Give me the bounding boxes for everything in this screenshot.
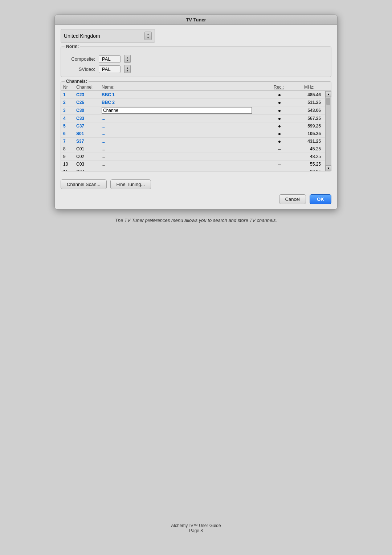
svideo-row: SVideo: PAL ▲ ▼ [66, 65, 326, 73]
table-row[interactable]: 5 C37 ... ● 599.25 [61, 122, 325, 130]
table-row[interactable]: 9 C02 ... – 48.25 [61, 153, 325, 161]
col-ch: C26 [76, 100, 102, 105]
col-rec: ● [269, 100, 290, 105]
col-mhz: 55.25 [290, 162, 323, 167]
table-row[interactable]: 3 C30 ● 543.06 [61, 106, 325, 115]
bottom-buttons-row: Channel Scan... Fine Tuning... [61, 177, 331, 192]
svideo-down-icon: ▼ [126, 69, 129, 72]
table-row[interactable]: 6 S01 ... ● 105.25 [61, 130, 325, 138]
fine-tuning-button[interactable]: Fine Tuning... [110, 179, 151, 189]
composite-up-icon: ▲ [126, 56, 129, 59]
col-rec: – [269, 146, 290, 152]
table-row[interactable]: 4 C33 ... ● 567.25 [61, 115, 325, 122]
col-ch: C37 [76, 123, 102, 129]
col-mhz: 62.25 [290, 169, 323, 171]
col-name [102, 107, 269, 114]
col-rec: – [269, 154, 290, 159]
composite-row: Composite: PAL ▲ ▼ [66, 55, 326, 63]
action-row: Cancel OK [61, 194, 331, 204]
col-nr: 6 [63, 131, 76, 136]
col-name: ... [102, 116, 269, 121]
tv-tuner-dialog: TV Tuner United Kingdom ▲ ▼ Norm: Compos… [54, 15, 338, 210]
col-mhz: 48.25 [290, 154, 323, 159]
ok-button[interactable]: OK [310, 194, 331, 204]
table-row[interactable]: 11 C04 ... – 62.25 [61, 168, 325, 171]
dialog-title: TV Tuner [55, 15, 337, 25]
col-nr: 8 [63, 146, 76, 151]
header-channel: Channel: [76, 85, 102, 90]
header-rec: Rec.: [268, 85, 290, 90]
col-rec: ● [269, 123, 290, 129]
composite-stepper[interactable]: ▲ ▼ [124, 55, 131, 63]
table-header: Nr Channel: Name: Rec.: MHz: [61, 83, 331, 91]
channels-section: Channels: Nr Channel: Name: Rec.: MHz: 1… [61, 81, 331, 171]
col-mhz: 543.06 [290, 108, 323, 113]
col-nr: 4 [63, 116, 76, 121]
col-name: BBC 1 [102, 92, 269, 97]
col-rec: ● [269, 108, 290, 113]
scroll-track [326, 97, 331, 165]
header-name: Name: [102, 85, 268, 90]
scan-buttons: Channel Scan... Fine Tuning... [61, 179, 151, 189]
col-mhz: 511.25 [290, 100, 323, 105]
scroll-down-button[interactable]: ▼ [326, 165, 331, 171]
country-selector-row: United Kingdom ▲ ▼ [61, 29, 155, 43]
col-ch: C01 [76, 146, 102, 151]
header-mhz: MHz: [290, 85, 322, 90]
table-row[interactable]: 1 C23 BBC 1 ● 485.46 [61, 91, 325, 99]
scrollbar[interactable]: ▲ ▼ [325, 91, 331, 171]
stepper-up-icon: ▲ [147, 33, 150, 36]
col-rec: ● [269, 92, 290, 98]
title-text: TV Tuner [186, 17, 206, 23]
col-name: ... [102, 139, 269, 144]
svideo-label: SVideo: [66, 66, 95, 72]
col-nr: 7 [63, 139, 76, 144]
col-name: ... [102, 162, 269, 167]
col-ch: C04 [76, 169, 102, 171]
svideo-value: PAL [99, 65, 121, 73]
footer-line1: AlchemyTV™ User Guide [171, 523, 221, 528]
caption-text: The TV Tuner preferences menu allows you… [115, 218, 277, 223]
channel-name-input[interactable] [102, 107, 252, 114]
scroll-up-button[interactable]: ▲ [326, 91, 331, 97]
table-scroll-wrapper: 1 C23 BBC 1 ● 485.46 2 C26 BBC 2 ● [61, 91, 331, 171]
footer: AlchemyTV™ User Guide Page 8 [171, 509, 221, 533]
col-rec: ● [269, 131, 290, 137]
col-name: ... [102, 169, 269, 171]
col-nr: 9 [63, 154, 76, 159]
col-mhz: 431.25 [290, 139, 323, 144]
col-nr: 2 [63, 100, 76, 105]
svideo-stepper[interactable]: ▲ ▼ [124, 65, 131, 73]
dialog-body: United Kingdom ▲ ▼ Norm: Composite: PAL … [55, 25, 337, 209]
svideo-up-icon: ▲ [126, 66, 129, 69]
cancel-button[interactable]: Cancel [279, 194, 306, 204]
col-ch: S37 [76, 139, 102, 144]
table-row[interactable]: 8 C01 ... – 45.25 [61, 145, 325, 153]
table-scroll-content[interactable]: 1 C23 BBC 1 ● 485.46 2 C26 BBC 2 ● [61, 91, 325, 171]
country-label: United Kingdom [64, 33, 144, 39]
country-stepper[interactable]: ▲ ▼ [144, 32, 152, 40]
col-rec: – [269, 169, 290, 171]
header-nr: Nr [63, 85, 76, 90]
col-nr: 11 [63, 169, 76, 171]
col-ch: C03 [76, 162, 102, 167]
scroll-thumb[interactable] [326, 98, 330, 105]
table-row[interactable]: 10 C03 ... – 55.25 [61, 161, 325, 168]
channel-scan-button[interactable]: Channel Scan... [61, 179, 107, 189]
channels-inner: Nr Channel: Name: Rec.: MHz: 1 C23 BBC 1… [61, 83, 331, 171]
table-row[interactable]: 2 C26 BBC 2 ● 511.25 [61, 99, 325, 106]
col-ch: C33 [76, 116, 102, 121]
col-nr: 5 [63, 123, 76, 129]
col-rec: ● [269, 138, 290, 144]
footer-line2: Page 8 [171, 528, 221, 533]
col-rec: – [269, 161, 290, 167]
col-mhz: 567.25 [290, 116, 323, 121]
col-ch: C30 [76, 108, 102, 113]
col-rec: ● [269, 116, 290, 121]
norm-section: Norm: Composite: PAL ▲ ▼ SVideo: PAL ▲ ▼ [61, 46, 331, 77]
col-ch: S01 [76, 131, 102, 136]
col-name: BBC 2 [102, 100, 269, 105]
composite-value: PAL [99, 55, 121, 63]
col-ch: C23 [76, 92, 102, 97]
table-row[interactable]: 7 S37 ... ● 431.25 [61, 138, 325, 145]
